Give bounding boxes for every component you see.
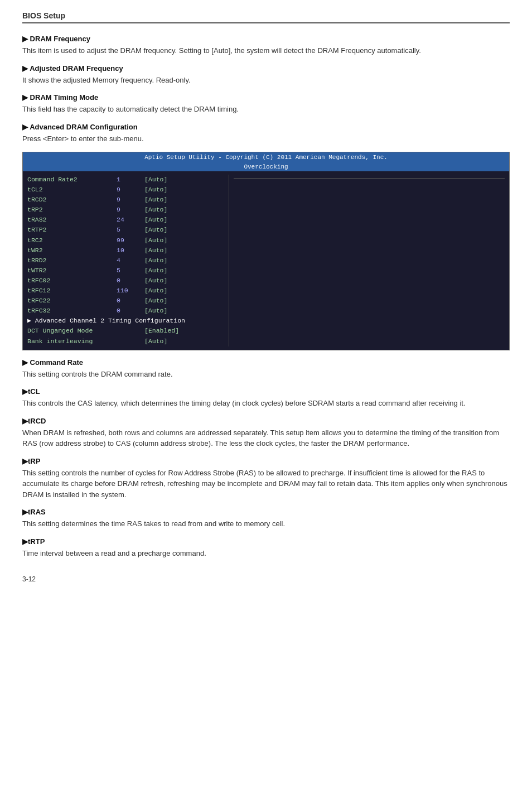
bios-right-panel [229,175,509,346]
section-title-dram-frequency: ▶ DRAM Frequency [22,35,510,43]
bios-row-11: tRFC12110[Auto] [27,286,224,296]
bios-screenshot: Aptio Setup Utility - Copyright (C) 2011… [22,152,510,350]
subsection-body-command-rate: This setting controls the DRAM command r… [22,369,510,380]
subsection-title-trcd: ▶tRCD [22,417,510,425]
subsection-body-tcl: This controls the CAS latency, which det… [22,398,510,409]
section-dram-timing-mode: ▶ DRAM Timing Mode This field has the ca… [22,93,510,115]
bios-title: Aptio Setup Utility - Copyright (C) 2011… [23,152,509,162]
page-title: BIOS Setup [22,11,510,23]
subsection-trp: ▶tRP This setting controls the number of… [22,457,510,500]
bios-left-panel: Command Rate21[Auto]tCL29[Auto]tRCD29[Au… [23,175,229,346]
bios-subtitle: Overclocking [23,162,509,171]
subsection-title-tras: ▶tRAS [22,508,510,516]
section-title-advanced-dram-config: ▶ Advanced DRAM Configuration [22,123,510,131]
bios-row-3: tRP29[Auto] [27,205,224,215]
subsection-body-trp: This setting controls the number of cycl… [22,468,510,500]
subsection-title-command-rate: ▶ Command Rate [22,358,510,367]
subsection-tcl: ▶tCL This controls the CAS latency, whic… [22,387,510,409]
bios-row-0: Command Rate21[Auto] [27,175,224,185]
subsection-title-trtp: ▶tRTP [22,537,510,546]
subsection-body-trcd: When DRAM is refreshed, both rows and co… [22,427,510,449]
bios-row-10: tRFC020[Auto] [27,276,224,286]
section-dram-frequency: ▶ DRAM Frequency This item is used to ad… [22,35,510,56]
subsection-trtp: ▶tRTP Time interval between a read and a… [22,537,510,559]
section-adjusted-dram-frequency: ▶ Adjusted DRAM Frequency It shows the a… [22,64,510,86]
section-body-dram-frequency: This item is used to adjust the DRAM fre… [22,45,510,56]
bios-content: Command Rate21[Auto]tCL29[Auto]tRCD29[Au… [23,171,509,350]
bios-row-12: tRFC220[Auto] [27,296,224,306]
bios-row-2: tRCD29[Auto] [27,195,224,205]
section-body-dram-timing-mode: This field has the capacity to automatic… [22,104,510,115]
section-title-dram-timing-mode: ▶ DRAM Timing Mode [22,93,510,102]
section-title-adjusted-dram-frequency: ▶ Adjusted DRAM Frequency [22,64,510,73]
section-advanced-dram-config: ▶ Advanced DRAM Configuration Press <Ent… [22,123,510,145]
bios-row-8: tRRD24[Auto] [27,256,224,266]
bios-row-1: tCL29[Auto] [27,185,224,195]
bios-row-14: ▶ Advanced Channel 2 Timing Configuratio… [27,316,224,326]
section-body-adjusted-dram-frequency: It shows the adjusted Memory frequency. … [22,75,510,86]
bios-row-15: DCT Unganged Mode[Enabled] [27,326,224,336]
bios-row-5: tRTP25[Auto] [27,225,224,235]
bios-row-9: tWTR25[Auto] [27,266,224,276]
subsection-trcd: ▶tRCD When DRAM is refreshed, both rows … [22,417,510,449]
subsection-body-tras: This setting determines the time RAS tak… [22,518,510,530]
subsection-command-rate: ▶ Command Rate This setting controls the… [22,358,510,380]
bios-row-16: Bank interleaving[Auto] [27,336,224,346]
subsection-body-trtp: Time interval between a read and a prech… [22,548,510,559]
subsection-title-tcl: ▶tCL [22,387,510,396]
section-body-advanced-dram-config: Press <Enter> to enter the sub-menu. [22,133,510,145]
subsection-tras: ▶tRAS This setting determines the time R… [22,508,510,530]
subsection-title-trp: ▶tRP [22,457,510,465]
bios-row-6: tRC299[Auto] [27,235,224,246]
bios-row-4: tRAS224[Auto] [27,215,224,225]
bios-divider [234,178,505,179]
bios-row-13: tRFC320[Auto] [27,306,224,316]
page: BIOS Setup ▶ DRAM Frequency This item is… [0,0,532,799]
bios-row-7: tWR210[Auto] [27,246,224,256]
page-footer: 3-12 [22,575,510,583]
